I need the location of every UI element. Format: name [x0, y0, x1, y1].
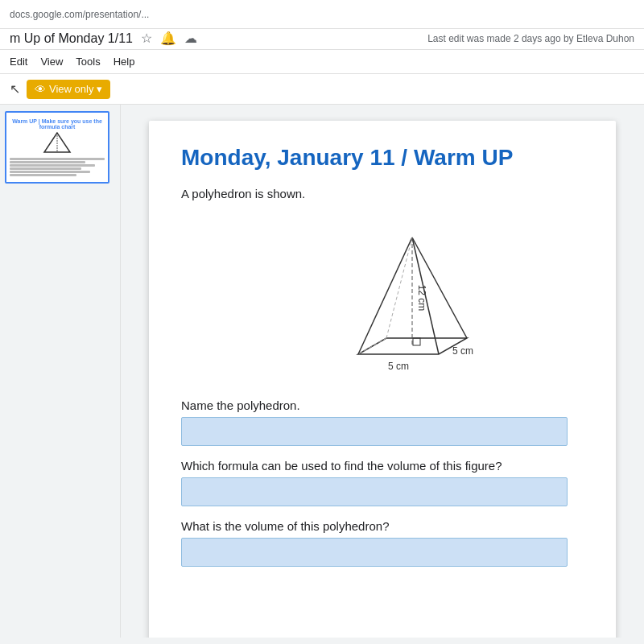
svg-line-3: [358, 237, 412, 354]
svg-text:5 cm: 5 cm: [388, 361, 409, 372]
main-area: Warm UP | Make sure you use the formula …: [0, 105, 644, 638]
question-2-label: Which formula can be used to find the vo…: [181, 459, 584, 473]
problem-statement: A polyhedron is shown.: [181, 187, 584, 200]
svg-text:5 cm: 5 cm: [452, 345, 473, 357]
answer-box-1[interactable]: [181, 417, 568, 446]
menu-help[interactable]: Help: [114, 56, 135, 68]
question-1-label: Name the polyhedron.: [181, 398, 584, 412]
answer-box-3[interactable]: [181, 538, 568, 567]
svg-text:12 cm: 12 cm: [416, 285, 427, 312]
cursor-icon: ↖: [10, 81, 20, 97]
slide: Monday, January 11 / Warm UP A polyhedro…: [149, 121, 616, 638]
doc-title: m Up of Monday 1/11: [10, 31, 133, 46]
menu-bar: Edit View Tools Help: [0, 50, 644, 74]
menu-tools[interactable]: Tools: [76, 56, 100, 68]
sidebar: Warm UP | Make sure you use the formula …: [0, 105, 121, 638]
view-only-button[interactable]: 👁 View only ▾: [27, 80, 110, 99]
pyramid-figure: 12 cm 5 cm 5 cm: [229, 213, 584, 382]
url-bar: docs.google.com/presentation/...: [0, 0, 644, 29]
title-bar: m Up of Monday 1/11 ☆ 🔔 ☁ Last edit was …: [0, 29, 644, 50]
question-3-label: What is the volume of this polyhedron?: [181, 519, 584, 533]
menu-edit[interactable]: Edit: [10, 56, 27, 68]
menu-view[interactable]: View: [40, 56, 63, 68]
last-edit-text: Last edit was made 2 days ago by Etleva …: [427, 33, 634, 44]
dropdown-arrow-icon: ▾: [97, 83, 102, 95]
slide-thumbnail[interactable]: Warm UP | Make sure you use the formula …: [5, 111, 109, 184]
thumb-pyramid-svg: [41, 131, 73, 155]
question-2-block: Which formula can be used to find the vo…: [181, 459, 584, 506]
cloud-icon[interactable]: ☁: [184, 31, 197, 46]
answer-box-2[interactable]: [181, 477, 568, 506]
slide-area: Monday, January 11 / Warm UP A polyhedro…: [121, 105, 644, 638]
svg-rect-9: [413, 338, 420, 345]
question-1-block: Name the polyhedron.: [181, 398, 584, 446]
toolbar: ↖ 👁 View only ▾: [0, 74, 644, 105]
question-3-block: What is the volume of this polyhedron?: [181, 519, 584, 567]
pyramid-svg: 12 cm 5 cm 5 cm: [310, 213, 503, 382]
url-text: docs.google.com/presentation/...: [10, 9, 149, 20]
people-icon[interactable]: 🔔: [160, 31, 176, 46]
thumb-header-text: Warm UP | Make sure you use the formula …: [6, 117, 108, 131]
eye-icon: 👁: [35, 83, 46, 96]
thumb-lines: [6, 155, 108, 179]
view-only-label: View only: [49, 83, 93, 95]
slide-title: Monday, January 11 / Warm UP: [181, 145, 584, 171]
svg-line-6: [386, 237, 412, 338]
star-icon[interactable]: ☆: [141, 31, 152, 46]
